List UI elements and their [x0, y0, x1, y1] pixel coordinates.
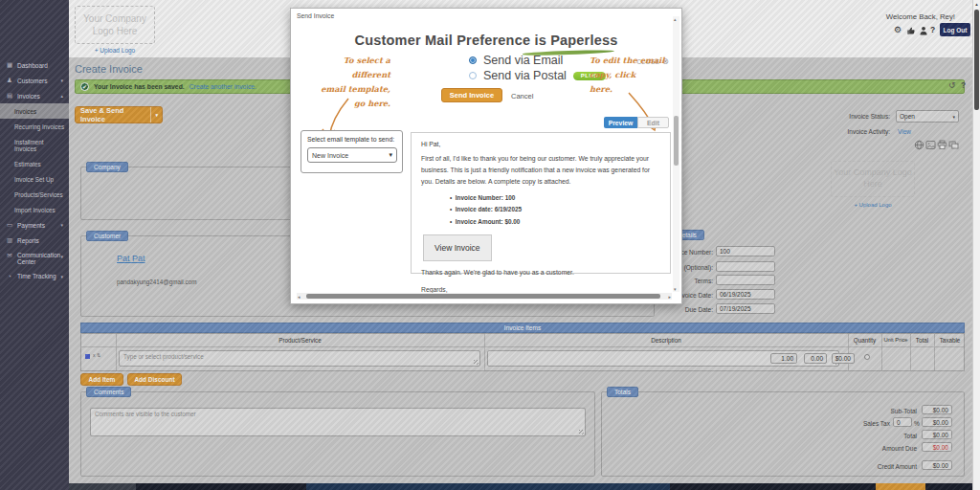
sidebar-subitem-import-invoices[interactable]: Import Invoices	[0, 202, 69, 217]
subtotal-label: Sub-Total	[823, 408, 917, 414]
po-number-field[interactable]	[716, 261, 775, 272]
due-date-field[interactable]: 07/19/2025	[716, 303, 775, 314]
invoice-date-field[interactable]: 06/19/2025	[716, 289, 775, 300]
sidebar-subitem-invoices[interactable]: Invoices	[0, 103, 69, 119]
sidebar-item-customers[interactable]: ♟ Customers ▾	[0, 73, 69, 88]
page-help-icon[interactable]: ?	[961, 80, 966, 90]
sidebar-item-label: Communication Center	[17, 252, 59, 265]
template-select[interactable]: New Invoice ▾	[307, 147, 397, 163]
customer-name-link[interactable]: Pat Pat	[117, 254, 145, 263]
scrollbar-thumb[interactable]	[674, 116, 679, 166]
sidebar-subitem-installment-invoices[interactable]: Installment Invoices	[0, 134, 69, 156]
company-logo-placeholder[interactable]: Your Company Logo Here	[75, 6, 155, 44]
chevron-up-icon: ▴	[60, 93, 63, 99]
view-invoice-button[interactable]: View Invoice	[423, 234, 492, 261]
col-product-service: Product/Service	[116, 337, 484, 344]
modal-horizontal-scrollbar[interactable]: ◂ ▸	[297, 293, 672, 300]
communication-icon: ✉	[6, 252, 13, 259]
success-message: Your Invoice has been saved.	[94, 83, 185, 90]
preview-tab-button[interactable]: Preview	[604, 117, 637, 128]
create-another-invoice-link[interactable]: Create another invoice.	[189, 83, 256, 90]
save-send-label: Save & Send Invoice	[76, 106, 150, 123]
save-send-invoice-button[interactable]: Save & Send Invoice ▾	[75, 106, 163, 123]
thumbs-up-icon[interactable]	[906, 26, 916, 35]
scroll-up-icon[interactable]: ▴	[674, 16, 677, 22]
invoice-activity-view-link[interactable]: View	[898, 128, 911, 135]
invoice-upload-logo-link[interactable]: + Upload Logo	[831, 202, 915, 208]
logout-button[interactable]: Log Out	[940, 23, 970, 36]
col-description: Description	[484, 337, 848, 344]
send-via-postal-option[interactable]: Send via Postal PLUS	[469, 69, 606, 82]
user-icon[interactable]	[919, 26, 928, 35]
printer-icon[interactable]	[937, 140, 947, 150]
radio-unselected-icon[interactable]	[469, 72, 477, 79]
modal-heading: Customer Mail Preference is Paperless	[291, 33, 681, 48]
sidebar-item-time-tracking[interactable]: ◔ Time Tracking ▾	[0, 269, 69, 283]
subtotal-field: $0.00	[922, 405, 952, 414]
scroll-right-icon[interactable]: ▸	[668, 294, 671, 300]
invoice-items-header: Invoice Items	[80, 323, 965, 333]
customer-section-tab: Customer	[86, 231, 128, 241]
help-icon[interactable]: ?	[930, 25, 935, 34]
due-date-label: Due Date:	[593, 306, 713, 313]
image-icon[interactable]	[925, 140, 936, 150]
taxable-checkbox[interactable]	[864, 354, 870, 360]
sidebar-item-reports[interactable]: ▥ Reports	[0, 233, 69, 248]
scroll-down-icon[interactable]: ▾	[674, 286, 677, 292]
sidebar-item-label: Payments	[17, 222, 45, 229]
cancel-link[interactable]: Cancel	[511, 92, 533, 100]
chevron-down-icon: ▾	[389, 151, 392, 159]
add-discount-button[interactable]: Add Discount	[127, 373, 182, 386]
unit-price-input[interactable]: 0.00	[804, 353, 827, 364]
check-icon: ✔	[80, 82, 89, 91]
template-label: Select email template to send:	[307, 136, 394, 143]
scrollbar-thumb[interactable]	[306, 294, 660, 299]
sales-tax-rate-input[interactable]: 0	[893, 417, 912, 427]
chevron-down-icon: ▾	[60, 254, 63, 259]
sales-tax-field: $0.00	[922, 417, 952, 427]
row-handle-icon[interactable]	[85, 354, 90, 359]
total-field: $0.00	[832, 353, 855, 364]
add-item-button[interactable]: Add Item	[80, 373, 123, 386]
history-icon[interactable]: ↺	[948, 80, 956, 90]
bottom-save-button[interactable]	[876, 483, 925, 490]
radio-selected-icon[interactable]	[469, 56, 477, 64]
credit-amount-label: Credit Amount	[823, 463, 917, 470]
scroll-left-icon[interactable]: ◂	[298, 294, 301, 300]
sidebar-item-label: Dashboard	[17, 62, 48, 69]
dashboard-icon: ▦	[6, 61, 13, 69]
comments-placeholder: Comments are visible to the customer	[95, 411, 196, 417]
quantity-input[interactable]: 1.00	[770, 353, 797, 364]
grand-total-field: $0.00	[922, 430, 952, 439]
sidebar-item-invoices[interactable]: ▤ Invoices ▴	[0, 88, 69, 103]
scrollbar-thumb[interactable]	[974, 10, 979, 110]
globe-icon[interactable]	[914, 140, 924, 150]
scroll-up-icon[interactable]: ▲	[973, 0, 980, 9]
gear-icon[interactable]: ⚙	[894, 25, 902, 34]
terms-field[interactable]	[716, 275, 775, 285]
devices-icon[interactable]	[948, 140, 959, 150]
invoice-logo-placeholder[interactable]: Your Company Logo Here	[831, 161, 915, 197]
amount-due-label: Amount Due	[823, 445, 917, 452]
invoice-number-field[interactable]: 100	[716, 246, 775, 256]
invoice-status-select[interactable]: Open ▾	[896, 110, 959, 122]
col-quantity: Quantity	[848, 337, 881, 344]
sidebar-subitem-invoice-set-up[interactable]: Invoice Set Up	[0, 171, 69, 187]
email-body: First of all, I'd like to thank you for …	[421, 153, 660, 188]
sidebar-item-payments[interactable]: ▭ Payments ▾	[0, 217, 69, 233]
sidebar-item-dashboard[interactable]: ▦ Dashboard	[0, 57, 69, 73]
modal-vertical-scrollbar[interactable]: ▴ ▾	[673, 16, 679, 292]
product-service-input[interactable]: Type or select product/service	[119, 350, 480, 367]
sidebar-subitem-recurring-invoices[interactable]: Recurring Invoices	[0, 119, 69, 134]
sidebar-subitem-products-services[interactable]: Products/Services	[0, 187, 69, 202]
sidebar-item-label: Invoices	[17, 93, 40, 100]
sidebar-subitem-estimates[interactable]: Estimates	[0, 156, 69, 171]
send-via-email-option[interactable]: Send via Email	[469, 54, 563, 67]
comments-input[interactable]: Comments are visible to the customer	[90, 408, 586, 436]
row-delete-icon[interactable]: x ⇅	[93, 352, 100, 358]
send-invoice-button[interactable]: Send Invoice	[441, 88, 502, 102]
upload-logo-link[interactable]: + Upload Logo	[75, 47, 155, 54]
sidebar-item-communication-center[interactable]: ✉ Communication Center ▾	[0, 248, 69, 269]
page-scrollbar[interactable]: ▲	[972, 0, 980, 490]
edit-tab-button[interactable]: Edit	[637, 117, 669, 128]
